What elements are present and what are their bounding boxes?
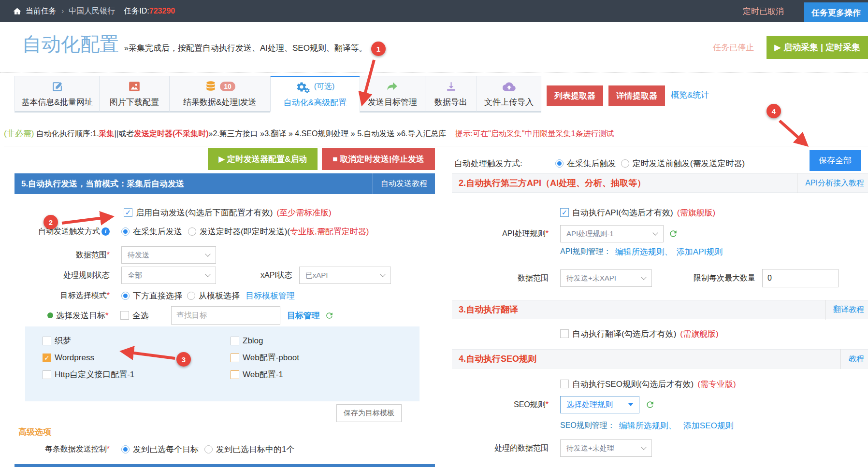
trigger-timer-radio[interactable]: [188, 227, 196, 236]
translate-section-header: 3.自动执行翻译 翻译教程: [452, 300, 868, 319]
enable-translate-row: 自动执行翻译(勾选后才有效) (需旗舰版): [452, 326, 868, 341]
enable-api-row: 自动执行API(勾选后才有效) (需旗舰版): [452, 205, 868, 220]
translate-version-note: (需旗舰版): [680, 328, 718, 340]
mode-template-radio[interactable]: [187, 292, 195, 300]
breadcrumb-current-task[interactable]: 当前任务: [26, 6, 57, 16]
task-stopped-status: 任务已停止: [713, 42, 754, 53]
page-header: 自动化配置 »采集完成后，按配置自动执行发送、AI处理、SEO规则、翻译等。 任…: [0, 22, 868, 72]
target-checkbox[interactable]: [231, 370, 239, 379]
tab-basic-info[interactable]: 基本信息&批量网址: [14, 76, 100, 113]
info-icon[interactable]: i: [101, 227, 110, 236]
tab-automation-config[interactable]: (可选) 自动化&高级配置: [270, 76, 360, 113]
task-name[interactable]: 中国人民银行: [69, 6, 115, 16]
target-list-box: 织梦 Zblog Wordpress Web配置-pboot Http自定义接口…: [25, 326, 420, 401]
cancel-timer-button[interactable]: ■ 取消定时发送|停止发送: [322, 148, 435, 170]
target-checkbox[interactable]: [43, 354, 51, 362]
mode-direct-label: 下方直接选择: [133, 290, 182, 301]
refresh-icon[interactable]: [668, 229, 678, 239]
trigger-timer-label: 发送定时器(即定时发送)(: [200, 226, 290, 237]
target-item[interactable]: Http自定义接口配置-1: [43, 366, 134, 383]
annotation-circle-1: 1: [371, 42, 386, 56]
notice-tip: 提示:可在"启动采集"中用限量采集1条进行测试: [455, 129, 614, 138]
api-add-rule-link[interactable]: 添加API规则: [677, 246, 723, 257]
mode-direct-radio[interactable]: [121, 292, 130, 300]
auto-send-tutorial-link[interactable]: 自动发送教程: [373, 173, 435, 194]
seo-range-select[interactable]: 待发送+未处理: [560, 439, 652, 457]
seo-rule-select[interactable]: 选择处理规则: [560, 396, 639, 413]
target-item[interactable]: Wordpress: [43, 349, 94, 366]
list-extractor-button[interactable]: 列表提取器: [547, 85, 603, 106]
process-after-collect-label: 在采集后触发: [567, 158, 616, 169]
target-item[interactable]: Web配置-1: [231, 366, 283, 383]
per-item-send-label: 每条数据发送控制: [45, 445, 107, 453]
target-item[interactable]: 织梦: [43, 332, 71, 349]
enable-auto-send-checkbox[interactable]: [124, 208, 132, 217]
api-limit-input[interactable]: [762, 269, 839, 287]
send-one-target-radio[interactable]: [204, 445, 213, 453]
xapi-status-select[interactable]: 已xAPI: [299, 267, 391, 284]
image-icon: [128, 80, 141, 93]
data-range-select[interactable]: 待发送: [121, 246, 216, 264]
home-icon[interactable]: [13, 7, 22, 16]
target-template-manage-link[interactable]: 目标模板管理: [246, 290, 295, 301]
api-rule-select[interactable]: API处理规则-1: [560, 225, 664, 242]
seo-tutorial-link[interactable]: 教程: [840, 349, 868, 369]
target-checkbox[interactable]: [43, 337, 51, 345]
auto-send-panel: ▶ 定时发送器配置&启动 ■ 取消定时发送|停止发送 5.自动执行发送，当前模式…: [14, 146, 435, 458]
search-target-input[interactable]: [171, 306, 280, 325]
tab-file-upload[interactable]: 文件上传导入: [477, 76, 541, 113]
enable-seo-checkbox[interactable]: [560, 380, 569, 388]
refresh-icon[interactable]: [645, 400, 655, 410]
target-manage-link[interactable]: 目标管理: [287, 310, 320, 321]
select-all-checkbox[interactable]: [120, 311, 129, 320]
data-range-label: 数据范围: [76, 251, 107, 259]
trigger-after-collect-radio[interactable]: [121, 227, 130, 236]
seo-edit-rule-link[interactable]: 编辑所选规则、: [619, 420, 677, 431]
send-trigger-row: 自动发送触发方式 i 在采集后发送 发送定时器(即定时发送)(专业版,需配置定时…: [14, 224, 435, 239]
tab-image-download[interactable]: 图片下载配置: [99, 76, 170, 113]
api-edit-rule-link[interactable]: 编辑所选规则、: [615, 246, 673, 257]
seo-version-note: (需专业版): [697, 379, 736, 390]
detail-extractor-button[interactable]: 详情提取器: [608, 85, 665, 106]
save-all-button[interactable]: 保存全部: [810, 150, 861, 171]
overview-stats-link[interactable]: 概览&统计: [671, 89, 709, 100]
gears-icon: [296, 81, 307, 93]
target-checkbox[interactable]: [231, 354, 239, 362]
seo-range-row: 处理的数据范围 待发送+未处理: [452, 439, 868, 457]
save-as-template-button[interactable]: 保存为目标模板: [336, 404, 402, 422]
target-item[interactable]: Zblog: [231, 332, 263, 349]
api-tutorial-link[interactable]: API分析接入教程: [797, 173, 868, 193]
target-checkbox[interactable]: [43, 370, 51, 379]
enable-api-checkbox[interactable]: [560, 208, 569, 217]
main-area: ▶ 定时发送器配置&启动 ■ 取消定时发送|停止发送 5.自动执行发送，当前模式…: [0, 146, 868, 458]
refresh-icon[interactable]: [325, 311, 334, 320]
play-icon: ▶: [774, 42, 781, 52]
process-before-timer-radio[interactable]: [621, 159, 629, 168]
annotation-circle-4: 4: [767, 104, 781, 118]
topbar: 当前任务 › 中国人民银行 任务ID: 723290 定时已取消 任务更多操作: [0, 0, 868, 22]
optional-label: (可选): [314, 82, 335, 92]
task-more-actions-button[interactable]: 任务更多操作: [804, 2, 868, 22]
enable-auto-send-label: 启用自动发送(勾选后下面配置才有效): [136, 207, 273, 218]
start-collect-button[interactable]: ▶ 启动采集 | 定时采集: [767, 36, 868, 59]
breadcrumb-separator: ›: [61, 7, 64, 15]
tab-send-target[interactable]: 发送目标管理: [360, 76, 425, 113]
send-every-target-radio[interactable]: [121, 445, 130, 453]
task-id-value: 723290: [149, 7, 175, 15]
enable-translate-checkbox[interactable]: [560, 329, 569, 338]
target-checkbox[interactable]: [231, 337, 239, 345]
target-item[interactable]: Web配置-pboot: [231, 349, 299, 366]
seo-range-label: 处理的数据范围: [452, 443, 553, 453]
api-range-select[interactable]: 待发送+未XAPI: [560, 269, 652, 287]
send-every-target-label: 发到已选每个目标: [133, 444, 199, 455]
advanced-options-label[interactable]: 高级选项: [18, 426, 51, 438]
process-after-collect-radio[interactable]: [555, 159, 564, 168]
enable-api-label: 自动执行API(勾选后才有效): [572, 207, 673, 218]
rule-status-select[interactable]: 全部: [121, 267, 216, 284]
green-dot-icon: [47, 312, 53, 318]
tab-result-data[interactable]: 10 结果数据&处理|发送: [169, 76, 271, 113]
timer-config-button[interactable]: ▶ 定时发送器配置&启动: [208, 148, 318, 170]
translate-tutorial-link[interactable]: 翻译教程: [825, 300, 868, 320]
tab-data-export[interactable]: 数据导出: [425, 76, 477, 113]
seo-add-rule-link[interactable]: 添加SEO规则: [683, 420, 734, 431]
